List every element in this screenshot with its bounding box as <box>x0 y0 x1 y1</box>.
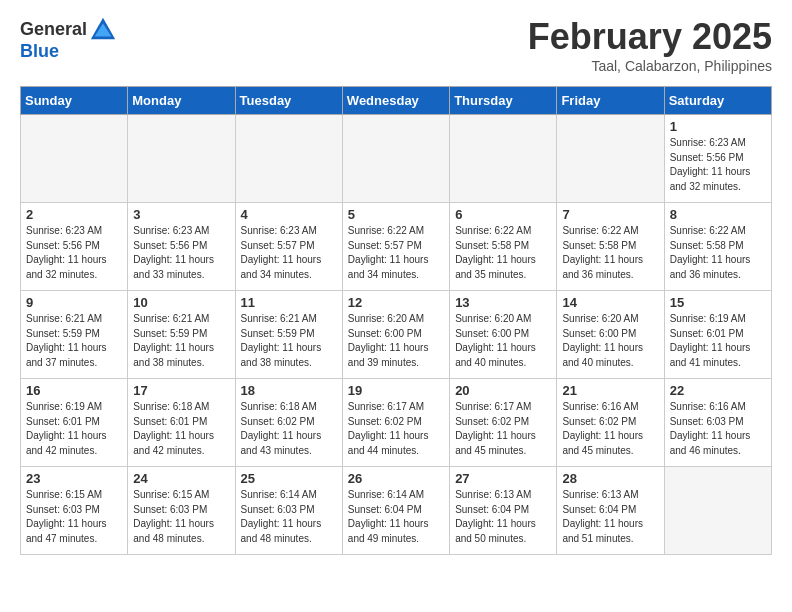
day-number: 15 <box>670 295 766 310</box>
day-number: 28 <box>562 471 658 486</box>
calendar-day-cell: 14Sunrise: 6:20 AM Sunset: 6:00 PM Dayli… <box>557 291 664 379</box>
day-number: 13 <box>455 295 551 310</box>
calendar-day-cell: 11Sunrise: 6:21 AM Sunset: 5:59 PM Dayli… <box>235 291 342 379</box>
calendar-day-cell: 3Sunrise: 6:23 AM Sunset: 5:56 PM Daylig… <box>128 203 235 291</box>
day-info: Sunrise: 6:21 AM Sunset: 5:59 PM Dayligh… <box>26 312 122 370</box>
day-number: 9 <box>26 295 122 310</box>
calendar-week-row: 16Sunrise: 6:19 AM Sunset: 6:01 PM Dayli… <box>21 379 772 467</box>
logo-general-text: General <box>20 20 87 40</box>
calendar-day-cell <box>21 115 128 203</box>
day-info: Sunrise: 6:13 AM Sunset: 6:04 PM Dayligh… <box>455 488 551 546</box>
calendar-week-row: 2Sunrise: 6:23 AM Sunset: 5:56 PM Daylig… <box>21 203 772 291</box>
day-info: Sunrise: 6:15 AM Sunset: 6:03 PM Dayligh… <box>133 488 229 546</box>
calendar-day-cell: 28Sunrise: 6:13 AM Sunset: 6:04 PM Dayli… <box>557 467 664 555</box>
calendar-day-cell: 2Sunrise: 6:23 AM Sunset: 5:56 PM Daylig… <box>21 203 128 291</box>
day-number: 4 <box>241 207 337 222</box>
weekday-header: Wednesday <box>342 87 449 115</box>
calendar-header: General Blue February 2025 Taal, Calabar… <box>20 16 772 74</box>
day-info: Sunrise: 6:16 AM Sunset: 6:02 PM Dayligh… <box>562 400 658 458</box>
calendar-day-cell: 19Sunrise: 6:17 AM Sunset: 6:02 PM Dayli… <box>342 379 449 467</box>
calendar-day-cell <box>557 115 664 203</box>
calendar-day-cell: 13Sunrise: 6:20 AM Sunset: 6:00 PM Dayli… <box>450 291 557 379</box>
calendar-day-cell: 24Sunrise: 6:15 AM Sunset: 6:03 PM Dayli… <box>128 467 235 555</box>
day-info: Sunrise: 6:22 AM Sunset: 5:58 PM Dayligh… <box>562 224 658 282</box>
day-number: 2 <box>26 207 122 222</box>
day-info: Sunrise: 6:19 AM Sunset: 6:01 PM Dayligh… <box>670 312 766 370</box>
day-number: 10 <box>133 295 229 310</box>
calendar-day-cell: 26Sunrise: 6:14 AM Sunset: 6:04 PM Dayli… <box>342 467 449 555</box>
calendar-day-cell: 12Sunrise: 6:20 AM Sunset: 6:00 PM Dayli… <box>342 291 449 379</box>
calendar-day-cell: 27Sunrise: 6:13 AM Sunset: 6:04 PM Dayli… <box>450 467 557 555</box>
day-number: 16 <box>26 383 122 398</box>
day-info: Sunrise: 6:19 AM Sunset: 6:01 PM Dayligh… <box>26 400 122 458</box>
day-info: Sunrise: 6:17 AM Sunset: 6:02 PM Dayligh… <box>455 400 551 458</box>
calendar-day-cell: 1Sunrise: 6:23 AM Sunset: 5:56 PM Daylig… <box>664 115 771 203</box>
day-info: Sunrise: 6:22 AM Sunset: 5:58 PM Dayligh… <box>455 224 551 282</box>
day-number: 24 <box>133 471 229 486</box>
calendar-day-cell: 20Sunrise: 6:17 AM Sunset: 6:02 PM Dayli… <box>450 379 557 467</box>
day-number: 18 <box>241 383 337 398</box>
calendar-day-cell <box>342 115 449 203</box>
day-number: 22 <box>670 383 766 398</box>
day-info: Sunrise: 6:20 AM Sunset: 6:00 PM Dayligh… <box>562 312 658 370</box>
day-info: Sunrise: 6:20 AM Sunset: 6:00 PM Dayligh… <box>455 312 551 370</box>
day-number: 14 <box>562 295 658 310</box>
calendar-day-cell <box>664 467 771 555</box>
calendar-week-row: 9Sunrise: 6:21 AM Sunset: 5:59 PM Daylig… <box>21 291 772 379</box>
day-info: Sunrise: 6:18 AM Sunset: 6:02 PM Dayligh… <box>241 400 337 458</box>
day-number: 11 <box>241 295 337 310</box>
weekday-header: Saturday <box>664 87 771 115</box>
calendar-day-cell: 22Sunrise: 6:16 AM Sunset: 6:03 PM Dayli… <box>664 379 771 467</box>
weekday-header: Friday <box>557 87 664 115</box>
day-info: Sunrise: 6:23 AM Sunset: 5:56 PM Dayligh… <box>26 224 122 282</box>
day-number: 3 <box>133 207 229 222</box>
day-info: Sunrise: 6:21 AM Sunset: 5:59 PM Dayligh… <box>133 312 229 370</box>
day-number: 7 <box>562 207 658 222</box>
day-info: Sunrise: 6:23 AM Sunset: 5:56 PM Dayligh… <box>133 224 229 282</box>
calendar-day-cell: 25Sunrise: 6:14 AM Sunset: 6:03 PM Dayli… <box>235 467 342 555</box>
day-info: Sunrise: 6:14 AM Sunset: 6:04 PM Dayligh… <box>348 488 444 546</box>
calendar-day-cell: 23Sunrise: 6:15 AM Sunset: 6:03 PM Dayli… <box>21 467 128 555</box>
day-info: Sunrise: 6:23 AM Sunset: 5:56 PM Dayligh… <box>670 136 766 194</box>
day-info: Sunrise: 6:18 AM Sunset: 6:01 PM Dayligh… <box>133 400 229 458</box>
day-info: Sunrise: 6:14 AM Sunset: 6:03 PM Dayligh… <box>241 488 337 546</box>
day-info: Sunrise: 6:15 AM Sunset: 6:03 PM Dayligh… <box>26 488 122 546</box>
day-number: 20 <box>455 383 551 398</box>
logo-blue-text: Blue <box>20 42 59 62</box>
calendar-day-cell: 7Sunrise: 6:22 AM Sunset: 5:58 PM Daylig… <box>557 203 664 291</box>
calendar-header-row: SundayMondayTuesdayWednesdayThursdayFrid… <box>21 87 772 115</box>
calendar-container: General Blue February 2025 Taal, Calabar… <box>0 0 792 571</box>
day-info: Sunrise: 6:20 AM Sunset: 6:00 PM Dayligh… <box>348 312 444 370</box>
calendar-day-cell: 9Sunrise: 6:21 AM Sunset: 5:59 PM Daylig… <box>21 291 128 379</box>
calendar-day-cell: 15Sunrise: 6:19 AM Sunset: 6:01 PM Dayli… <box>664 291 771 379</box>
calendar-day-cell: 8Sunrise: 6:22 AM Sunset: 5:58 PM Daylig… <box>664 203 771 291</box>
calendar-day-cell: 16Sunrise: 6:19 AM Sunset: 6:01 PM Dayli… <box>21 379 128 467</box>
calendar-day-cell: 5Sunrise: 6:22 AM Sunset: 5:57 PM Daylig… <box>342 203 449 291</box>
day-number: 8 <box>670 207 766 222</box>
day-info: Sunrise: 6:22 AM Sunset: 5:58 PM Dayligh… <box>670 224 766 282</box>
day-info: Sunrise: 6:17 AM Sunset: 6:02 PM Dayligh… <box>348 400 444 458</box>
weekday-header: Thursday <box>450 87 557 115</box>
calendar-title: February 2025 <box>528 16 772 58</box>
calendar-table: SundayMondayTuesdayWednesdayThursdayFrid… <box>20 86 772 555</box>
day-number: 12 <box>348 295 444 310</box>
calendar-day-cell: 10Sunrise: 6:21 AM Sunset: 5:59 PM Dayli… <box>128 291 235 379</box>
calendar-day-cell: 21Sunrise: 6:16 AM Sunset: 6:02 PM Dayli… <box>557 379 664 467</box>
day-number: 26 <box>348 471 444 486</box>
day-number: 21 <box>562 383 658 398</box>
calendar-week-row: 23Sunrise: 6:15 AM Sunset: 6:03 PM Dayli… <box>21 467 772 555</box>
weekday-header: Tuesday <box>235 87 342 115</box>
calendar-day-cell <box>450 115 557 203</box>
day-info: Sunrise: 6:22 AM Sunset: 5:57 PM Dayligh… <box>348 224 444 282</box>
weekday-header: Monday <box>128 87 235 115</box>
logo: General Blue <box>20 16 117 62</box>
day-number: 25 <box>241 471 337 486</box>
day-info: Sunrise: 6:23 AM Sunset: 5:57 PM Dayligh… <box>241 224 337 282</box>
calendar-day-cell: 6Sunrise: 6:22 AM Sunset: 5:58 PM Daylig… <box>450 203 557 291</box>
weekday-header: Sunday <box>21 87 128 115</box>
day-number: 23 <box>26 471 122 486</box>
day-number: 5 <box>348 207 444 222</box>
day-info: Sunrise: 6:21 AM Sunset: 5:59 PM Dayligh… <box>241 312 337 370</box>
calendar-day-cell: 4Sunrise: 6:23 AM Sunset: 5:57 PM Daylig… <box>235 203 342 291</box>
calendar-subtitle: Taal, Calabarzon, Philippines <box>528 58 772 74</box>
